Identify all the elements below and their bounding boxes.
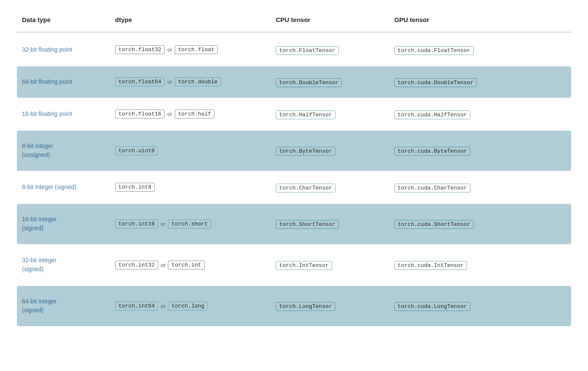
- dtype-code: torch.int: [168, 261, 204, 269]
- header-cpu: CPU tensor: [271, 13, 389, 27]
- dtype-code: torch.float16: [115, 110, 165, 118]
- cell-gpu-tensor: torch.cuda.IntTensor: [389, 258, 571, 272]
- cell-cpu-tensor: torch.CharTensor: [271, 180, 389, 195]
- cpu-tensor-code: torch.IntTensor: [276, 261, 332, 270]
- table-row: 16-bit integer (signed)torch.int16ortorc…: [17, 204, 571, 244]
- dtype-code: torch.double: [175, 77, 221, 86]
- table-row: 32-bit floating pointtorch.float32ortorc…: [17, 34, 571, 66]
- gpu-tensor-code: torch.cuda.LongTensor: [394, 302, 470, 311]
- cpu-tensor-code: torch.DoubleTensor: [276, 78, 342, 87]
- or-label: or: [167, 79, 172, 85]
- gpu-tensor-code: torch.cuda.HalfTensor: [394, 110, 470, 119]
- gpu-tensor-code: torch.cuda.ShortTensor: [394, 220, 474, 229]
- dtype-code: torch.half: [175, 110, 214, 118]
- cpu-tensor-code: torch.CharTensor: [276, 184, 335, 192]
- dtype-code: torch.int16: [115, 220, 158, 228]
- table-row: 64-bit integer (signed)torch.int64ortorc…: [17, 286, 571, 326]
- header-dtype: dtype: [110, 13, 271, 27]
- dtype-code: torch.int32: [115, 261, 158, 269]
- cell-gpu-tensor: torch.cuda.ShortTensor: [389, 217, 571, 231]
- cpu-tensor-code: torch.HalfTensor: [276, 110, 335, 119]
- gpu-tensor-code: torch.cuda.CharTensor: [394, 184, 470, 192]
- cell-dtype: torch.float32ortorch.float: [110, 42, 271, 58]
- cell-datatype: 16-bit integer (signed): [17, 212, 110, 236]
- or-label: or: [161, 303, 166, 309]
- header-datatype: Data type: [17, 13, 110, 27]
- table-row: 8-bit integer (unsigned)torch.uint8torch…: [17, 131, 571, 171]
- cell-cpu-tensor: torch.ByteTensor: [271, 143, 389, 158]
- cell-datatype: 64-bit floating point: [17, 74, 110, 90]
- cell-dtype: torch.uint8: [110, 143, 271, 159]
- cell-gpu-tensor: torch.cuda.ByteTensor: [389, 143, 571, 158]
- cell-gpu-tensor: torch.cuda.FloatTensor: [389, 43, 571, 57]
- cell-datatype: 32-bit floating point: [17, 42, 110, 58]
- table-row: 8-bit integer (signed)torch.int8torch.Ch…: [17, 172, 571, 203]
- cell-datatype: 16-bit floating point: [17, 106, 110, 122]
- table-header: Data type dtype CPU tensor GPU tensor: [17, 13, 571, 33]
- cpu-tensor-code: torch.ShortTensor: [276, 220, 339, 229]
- cell-gpu-tensor: torch.cuda.HalfTensor: [389, 107, 571, 121]
- gpu-tensor-code: torch.cuda.FloatTensor: [394, 46, 474, 55]
- cell-gpu-tensor: torch.cuda.CharTensor: [389, 180, 571, 195]
- gpu-tensor-code: torch.cuda.IntTensor: [394, 261, 467, 270]
- cpu-tensor-code: torch.LongTensor: [276, 302, 335, 311]
- dtype-code: torch.short: [168, 220, 211, 228]
- cell-datatype: 8-bit integer (unsigned): [17, 138, 110, 163]
- dtype-code: torch.int64: [115, 302, 158, 311]
- cell-dtype: torch.float16ortorch.half: [110, 106, 271, 122]
- cell-cpu-tensor: torch.IntTensor: [271, 258, 389, 272]
- cell-cpu-tensor: torch.LongTensor: [271, 299, 389, 313]
- table-body: 32-bit floating pointtorch.float32ortorc…: [17, 34, 571, 326]
- cell-dtype: torch.int8: [110, 179, 271, 195]
- dtype-code: torch.float: [175, 45, 218, 54]
- gpu-tensor-code: torch.cuda.DoubleTensor: [394, 78, 477, 87]
- cpu-tensor-code: torch.FloatTensor: [276, 46, 339, 55]
- cpu-tensor-code: torch.ByteTensor: [276, 147, 335, 156]
- or-label: or: [167, 111, 172, 117]
- dtype-code: torch.uint8: [115, 146, 158, 155]
- or-label: or: [167, 47, 172, 53]
- table-row: 64-bit floating pointtorch.float64ortorc…: [17, 66, 571, 98]
- cell-datatype: 8-bit integer (signed): [17, 179, 110, 195]
- cell-cpu-tensor: torch.ShortTensor: [271, 217, 389, 231]
- cell-datatype: 32-bit integer (signed): [17, 253, 110, 277]
- cell-cpu-tensor: torch.DoubleTensor: [271, 75, 389, 89]
- cell-gpu-tensor: torch.cuda.DoubleTensor: [389, 75, 571, 89]
- cell-datatype: 64-bit integer (signed): [17, 294, 110, 318]
- table-row: 16-bit floating pointtorch.float16ortorc…: [17, 99, 571, 130]
- or-label: or: [161, 262, 166, 268]
- cell-dtype: torch.int32ortorch.int: [110, 257, 271, 273]
- gpu-tensor-code: torch.cuda.ByteTensor: [394, 147, 470, 156]
- dtype-code: torch.long: [168, 302, 208, 311]
- cell-dtype: torch.int16ortorch.short: [110, 216, 271, 232]
- table-row: 32-bit integer (signed)torch.int32ortorc…: [17, 245, 571, 285]
- dtype-code: torch.float64: [115, 77, 165, 86]
- cell-cpu-tensor: torch.FloatTensor: [271, 43, 389, 57]
- dtype-code: torch.int8: [115, 183, 155, 192]
- or-label: or: [161, 221, 166, 227]
- cell-gpu-tensor: torch.cuda.LongTensor: [389, 299, 571, 313]
- cell-dtype: torch.int64ortorch.long: [110, 298, 271, 314]
- dtype-code: torch.float32: [115, 45, 165, 54]
- header-gpu: GPU tensor: [389, 13, 571, 27]
- table-wrapper: Data type dtype CPU tensor GPU tensor 32…: [17, 13, 571, 326]
- cell-cpu-tensor: torch.HalfTensor: [271, 107, 389, 121]
- cell-dtype: torch.float64ortorch.double: [110, 74, 271, 90]
